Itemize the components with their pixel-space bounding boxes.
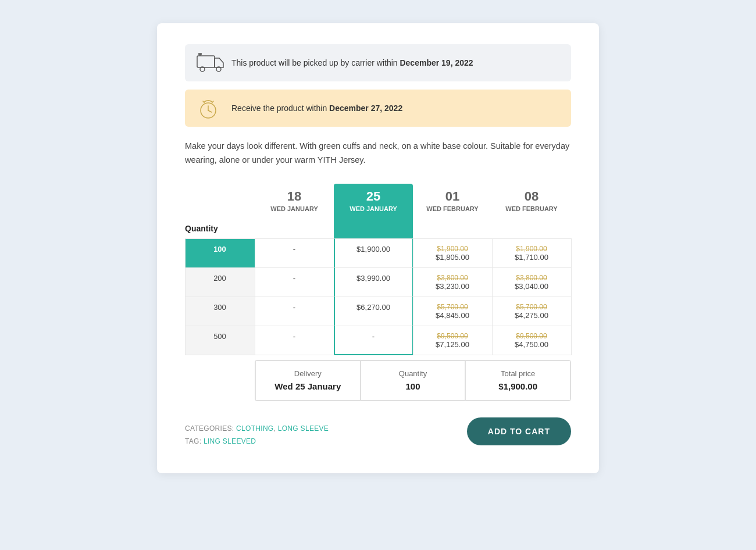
price-100-wed18[interactable]: - bbox=[255, 238, 334, 268]
add-to-cart-button[interactable]: ADD TO CART bbox=[467, 417, 571, 445]
receive-notice: Receive the product within December 27, … bbox=[185, 90, 571, 127]
col-header-wed18: 18 WED JANUARY bbox=[255, 184, 334, 218]
footer-section: CATEGORIES: CLOTHING, LONG SLEEVE TAG: L… bbox=[185, 417, 571, 445]
price-200-wed18[interactable]: - bbox=[255, 267, 334, 297]
receive-text: Receive the product within December 27, … bbox=[231, 103, 402, 113]
price-100-wed08[interactable]: $1,900.00 $1,710.00 bbox=[492, 238, 572, 268]
pickup-text: This product will be picked up by carrie… bbox=[231, 58, 473, 67]
price-500-wed01[interactable]: $9,500.00 $7,125.00 bbox=[413, 326, 493, 355]
price-300-wed18[interactable]: - bbox=[255, 297, 334, 326]
svg-rect-0 bbox=[197, 56, 215, 67]
summary-quantity: Quantity 100 bbox=[361, 360, 466, 401]
pickup-notice: This product will be picked up by carrie… bbox=[185, 44, 571, 81]
price-200-wed01[interactable]: $3,800.00 $3,230.00 bbox=[413, 267, 493, 297]
price-200-wed25[interactable]: $3,990.00 bbox=[334, 267, 413, 297]
category-long-sleeve[interactable]: LONG SLEEVE bbox=[278, 424, 329, 433]
qty-200[interactable]: 200 bbox=[185, 267, 255, 297]
tag-link[interactable]: LING SLEEVED bbox=[204, 437, 256, 445]
col-header-wed25: 25 WED JANUARY bbox=[334, 184, 413, 218]
quantity-label: Quantity bbox=[185, 218, 255, 239]
col-header-wed08: 08 WED FEBRUARY bbox=[492, 184, 571, 218]
truck-icon bbox=[197, 52, 222, 73]
price-500-wed08[interactable]: $9,500.00 $4,750.00 bbox=[492, 326, 572, 355]
svg-line-9 bbox=[203, 101, 204, 102]
product-description: Make your days look different. With gree… bbox=[185, 140, 571, 167]
categories: CATEGORIES: CLOTHING, LONG SLEEVE bbox=[185, 424, 329, 433]
qty-300[interactable]: 300 bbox=[185, 297, 255, 326]
qty-500[interactable]: 500 bbox=[185, 326, 255, 355]
price-500-wed25[interactable]: - bbox=[334, 326, 413, 355]
price-300-wed08[interactable]: $5,700.00 $4,275.00 bbox=[492, 297, 572, 326]
meta-info: CATEGORIES: CLOTHING, LONG SLEEVE TAG: L… bbox=[185, 424, 329, 445]
clock-icon bbox=[197, 98, 222, 119]
price-300-wed01[interactable]: $5,700.00 $4,845.00 bbox=[413, 297, 493, 326]
summary-total: Total price $1,900.00 bbox=[465, 360, 570, 401]
summary-delivery: Delivery Wed 25 January bbox=[255, 360, 361, 401]
price-200-wed08[interactable]: $3,800.00 $3,040.00 bbox=[492, 267, 572, 297]
price-100-wed25[interactable]: $1,900.00 bbox=[334, 238, 413, 268]
category-clothing[interactable]: CLOTHING bbox=[236, 424, 273, 433]
pricing-grid: 18 WED JANUARY 25 WED JANUARY 01 WED FEB… bbox=[185, 184, 571, 401]
summary-spacer bbox=[185, 355, 255, 401]
tag: TAG: LING SLEEVED bbox=[185, 437, 329, 445]
svg-line-10 bbox=[212, 101, 213, 102]
price-100-wed01[interactable]: $1,900.00 $1,805.00 bbox=[413, 238, 493, 268]
product-card: This product will be picked up by carrie… bbox=[157, 23, 599, 473]
header-empty-cell bbox=[185, 184, 255, 218]
svg-line-8 bbox=[208, 110, 212, 112]
price-500-wed18[interactable]: - bbox=[255, 326, 334, 355]
qty-100[interactable]: 100 bbox=[185, 238, 255, 268]
summary-row: Delivery Wed 25 January Quantity 100 Tot… bbox=[255, 355, 571, 401]
col-header-wed01: 01 WED FEBRUARY bbox=[413, 184, 492, 218]
price-300-wed25[interactable]: $6,270.00 bbox=[334, 297, 413, 326]
